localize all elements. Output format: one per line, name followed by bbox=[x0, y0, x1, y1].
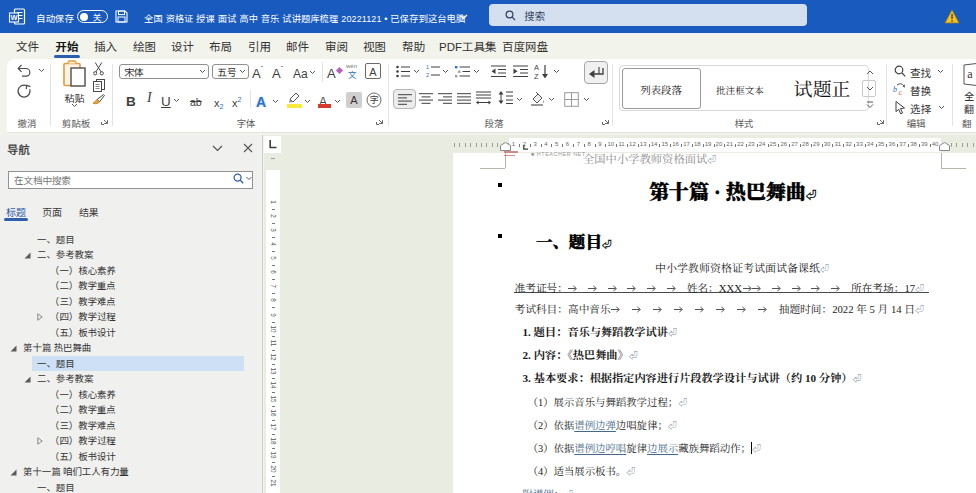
svg-text:a: a bbox=[967, 67, 973, 81]
svg-text:2: 2 bbox=[426, 72, 429, 78]
svg-text:Z: Z bbox=[534, 72, 539, 81]
svg-text:b: b bbox=[893, 85, 897, 94]
svg-text:W: W bbox=[10, 13, 18, 22]
svg-text:1: 1 bbox=[426, 64, 429, 70]
svg-text:A: A bbox=[534, 63, 539, 72]
svg-text:字: 字 bbox=[369, 93, 378, 106]
svg-text:c: c bbox=[899, 88, 903, 97]
